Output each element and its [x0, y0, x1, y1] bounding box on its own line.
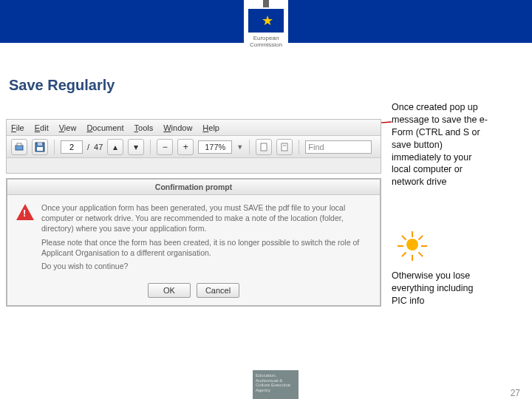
pdf-viewer: File Edit View Document Tools Window Hel…	[6, 119, 381, 174]
right-para-2: Otherwise you lose everything including …	[392, 270, 488, 307]
page-icon	[280, 143, 289, 151]
toolbar-separator	[299, 140, 299, 154]
toolbar-separator	[54, 140, 55, 154]
right-para-1: Once created pop up message to save the …	[392, 101, 488, 188]
svg-rect-7	[261, 143, 267, 151]
find-input[interactable]: Find	[305, 140, 372, 154]
ec-label-line1: European	[253, 35, 279, 41]
menubar: File Edit View Document Tools Window Hel…	[7, 120, 381, 136]
toolbar: / 47 ▴ ▾ − + 177% ▼ Find	[7, 136, 381, 158]
tool-button-a[interactable]	[256, 139, 272, 155]
content-area: File Edit View Document Tools Window Hel…	[0, 98, 532, 399]
ec-logo: ★ European Commission	[244, 0, 288, 66]
right-column: Once created pop up message to save the …	[392, 101, 488, 307]
dialog-line1: Once your application form has been gene…	[41, 202, 371, 234]
next-page-button[interactable]: ▾	[128, 139, 144, 155]
page-number: 27	[511, 388, 520, 398]
save-button[interactable]	[32, 139, 48, 155]
svg-rect-2	[16, 146, 23, 150]
svg-rect-8	[282, 143, 287, 151]
idea-icon	[398, 231, 427, 261]
zoom-dropdown-icon[interactable]: ▼	[236, 143, 243, 151]
cancel-button[interactable]: Cancel	[197, 283, 239, 298]
agency-logo: Education, Audiovisual & Culture Executi…	[253, 370, 299, 399]
ec-label: European Commission	[244, 35, 288, 49]
dialog-text: Once your application form has been gene…	[41, 202, 371, 274]
zoom-in-button[interactable]: +	[177, 139, 194, 155]
toolbar-separator	[249, 140, 250, 154]
toolbar-separator	[150, 140, 151, 154]
floppy-icon	[35, 142, 45, 152]
menu-edit[interactable]: Edit	[35, 123, 49, 132]
warning-icon	[16, 204, 34, 220]
prev-page-button[interactable]: ▴	[107, 139, 123, 155]
dialog-line3: Do you wish to continue?	[41, 261, 371, 271]
ok-button[interactable]: OK	[148, 283, 191, 298]
eu-flag-icon: ★	[248, 9, 284, 33]
page-total: 47	[94, 143, 103, 151]
svg-rect-6	[37, 147, 43, 151]
printer-icon	[14, 142, 24, 152]
print-button[interactable]	[11, 139, 27, 155]
page-current-input[interactable]	[61, 140, 83, 154]
svg-rect-3	[17, 143, 21, 146]
svg-rect-5	[38, 143, 42, 146]
menu-file[interactable]: File	[11, 123, 24, 132]
zoom-out-button[interactable]: −	[157, 139, 173, 155]
viewer-body	[7, 158, 381, 173]
zoom-field[interactable]: 177%	[198, 140, 232, 154]
dialog-buttons: OK Cancel	[7, 279, 380, 305]
minus-icon: −	[163, 142, 168, 152]
lightbulb-icon	[406, 239, 418, 250]
page-title: Save Regularly	[0, 66, 532, 98]
dialog-line2: Please note that once the form has been …	[41, 237, 371, 258]
menu-document[interactable]: Document	[86, 123, 123, 132]
dialog-body: Once your application form has been gene…	[7, 195, 380, 279]
confirmation-dialog: Confirmation prompt Once your applicatio…	[6, 178, 381, 307]
menu-window[interactable]: Window	[163, 123, 192, 132]
menu-view[interactable]: View	[59, 123, 77, 132]
ec-label-line2: Commission	[250, 41, 282, 48]
tool-button-b[interactable]	[276, 139, 293, 155]
banner: ★ European Commission	[0, 0, 532, 66]
plus-icon: +	[183, 142, 188, 152]
dialog-title: Confirmation prompt	[7, 180, 380, 195]
page-sep: /	[87, 143, 89, 151]
menu-tools[interactable]: Tools	[134, 123, 154, 132]
flag-top-bar	[263, 0, 269, 7]
menu-help[interactable]: Help	[202, 123, 219, 132]
arrow-up-icon: ▴	[113, 142, 117, 152]
arrow-down-icon: ▾	[134, 142, 138, 152]
page-icon	[259, 143, 268, 151]
